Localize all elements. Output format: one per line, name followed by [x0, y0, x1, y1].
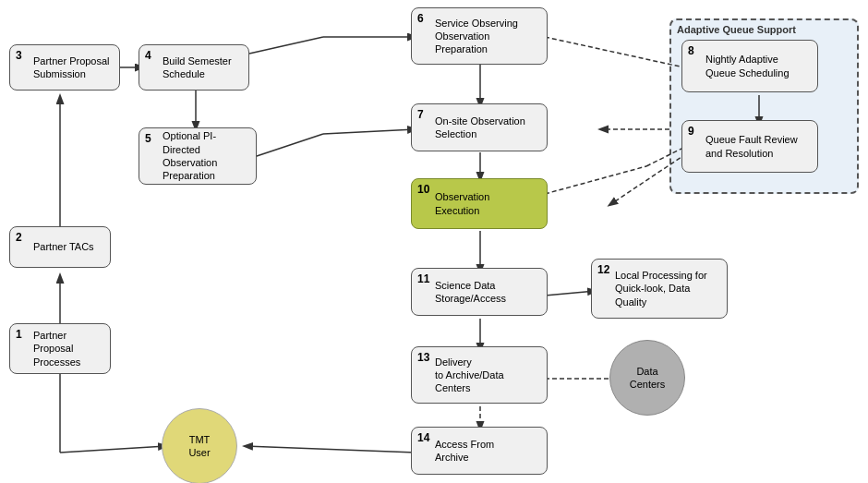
node-11-label: Science DataStorage/Access — [435, 279, 506, 306]
node-6-service-observing: 6 Service ObservingObservationPreparatio… — [411, 7, 548, 65]
data-centers-label: DataCenters — [630, 365, 666, 392]
node-10-num: 10 — [417, 183, 430, 198]
node-4-build-semester-schedule: 4 Build SemesterSchedule — [139, 44, 249, 91]
node-13-delivery-archive: 13 Deliveryto Archive/DataCenters — [411, 346, 548, 404]
svg-line-7 — [323, 129, 416, 134]
node-7-onsite-observation-selection: 7 On-site ObservationSelection — [411, 103, 548, 151]
node-3-partner-proposal-submission: 3 Partner ProposalSubmission — [9, 44, 120, 91]
svg-line-22 — [545, 166, 646, 194]
node-13-num: 13 — [417, 351, 430, 366]
node-11-science-data-storage: 11 Science DataStorage/Access — [411, 268, 548, 316]
node-5-optional-pi-directed: 5 Optional PI-DirectedObservationPrepara… — [139, 127, 257, 185]
node-12-label: Local Processing forQuick-look, DataQual… — [615, 269, 707, 308]
node-1-label: Partner ProposalProcesses — [33, 329, 104, 368]
node-13-label: Deliveryto Archive/DataCenters — [435, 356, 504, 395]
node-7-label: On-site ObservationSelection — [435, 115, 525, 141]
node-14-num: 14 — [417, 431, 430, 446]
node-6-num: 6 — [417, 12, 430, 27]
node-9-queue-fault-review: 9 Queue Fault Reviewand Resolution — [681, 120, 818, 173]
node-10-label: ObservationExecution — [435, 190, 489, 217]
node-2-partner-tacs: 2 Partner TACs — [9, 226, 111, 268]
svg-line-15 — [245, 446, 416, 453]
svg-line-17 — [60, 446, 166, 453]
node-5-label: Optional PI-DirectedObservationPreparati… — [163, 129, 250, 182]
node-5-num: 5 — [145, 132, 158, 147]
node-12-num: 12 — [597, 263, 610, 278]
tmt-user-label: TMTUser — [188, 433, 210, 460]
node-10-observation-execution: 10 ObservationExecution — [411, 178, 548, 229]
node-12-local-processing: 12 Local Processing forQuick-look, DataQ… — [591, 259, 728, 319]
tmt-user-node: TMTUser — [162, 408, 237, 483]
node-14-label: Access FromArchive — [435, 438, 494, 465]
node-2-label: Partner TACs — [33, 240, 94, 253]
data-centers-node: DataCenters — [609, 340, 685, 416]
node-6-label: Service ObservingObservationPreparation — [435, 17, 518, 56]
node-4-label: Build SemesterSchedule — [163, 54, 232, 81]
node-1-num: 1 — [16, 328, 29, 343]
node-8-nightly-adaptive-queue: 8 Nightly AdaptiveQueue Scheduling — [681, 40, 818, 92]
node-2-num: 2 — [16, 231, 29, 246]
node-7-num: 7 — [417, 108, 430, 123]
adaptive-queue-title: Adaptive Queue Support — [677, 24, 796, 35]
node-3-label: Partner ProposalSubmission — [33, 54, 110, 81]
node-8-label: Nightly AdaptiveQueue Scheduling — [705, 53, 790, 79]
node-1-partner-proposal-processes: 1 Partner ProposalProcesses — [9, 323, 111, 374]
svg-line-6 — [254, 134, 323, 157]
svg-line-11 — [545, 291, 596, 296]
diagram: Adaptive Queue Support — [0, 0, 868, 483]
node-8-num: 8 — [688, 44, 701, 59]
node-3-num: 3 — [16, 49, 29, 64]
node-9-label: Queue Fault Reviewand Resolution — [705, 133, 798, 160]
node-14-access-from-archive: 14 Access FromArchive — [411, 427, 548, 475]
node-4-num: 4 — [145, 49, 158, 64]
node-11-num: 11 — [417, 272, 430, 287]
svg-line-3 — [249, 37, 323, 54]
node-9-num: 9 — [688, 125, 701, 139]
